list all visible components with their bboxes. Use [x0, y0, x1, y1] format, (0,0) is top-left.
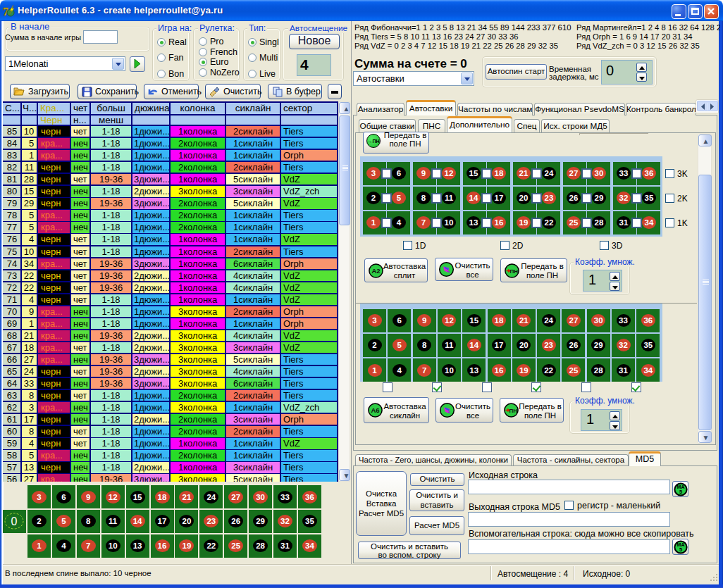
- svg-text:5: 5: [679, 489, 682, 495]
- svg-text:ПН: ПН: [509, 408, 517, 414]
- svg-text:5: 5: [679, 546, 682, 553]
- svg-text:0: 0: [11, 515, 18, 527]
- svg-text:A6: A6: [371, 406, 379, 414]
- svg-text:ПН: ПН: [509, 268, 518, 274]
- svg-text:A2: A2: [371, 267, 380, 275]
